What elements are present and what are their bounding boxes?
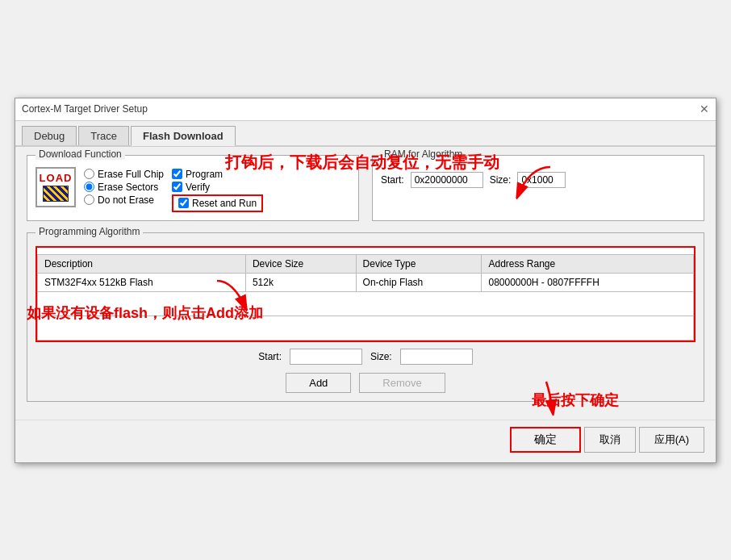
programming-algorithm-title: Programming Algorithm [36, 226, 143, 237]
table-row: STM32F4xx 512kB Flash 512k On-chip Flash… [38, 273, 694, 291]
erase-sectors-label: Erase Sectors [98, 182, 158, 193]
erase-sectors-option[interactable]: Erase Sectors [84, 182, 164, 193]
ram-algorithm-group: RAM for Algorithm Start: Size: [372, 155, 704, 221]
verify-option[interactable]: Verify [172, 182, 263, 193]
start-size-row: Start: Size: [36, 349, 695, 365]
verify-label: Verify [186, 182, 210, 193]
ram-size-label: Size: [490, 174, 512, 186]
apply-button[interactable]: 应用(A) [639, 427, 704, 453]
table-empty-row-2 [38, 316, 694, 340]
tab-debug[interactable]: Debug [22, 126, 77, 145]
content-area: 打钩后，下载后会自动复位，无需手动 Download Function LOAD [15, 147, 716, 420]
program-checkbox[interactable] [172, 169, 182, 179]
window-title: Cortex-M Target Driver Setup [22, 103, 148, 115]
load-icon: LOAD [36, 167, 76, 207]
download-function-title: Download Function [36, 148, 125, 160]
reset-and-run-label: Reset and Run [192, 198, 257, 209]
algo-table-wrapper: Description Device Size Device Type Addr… [36, 246, 695, 342]
ram-size-input[interactable] [517, 172, 566, 188]
algo-start-input[interactable] [290, 349, 362, 365]
ram-start-label: Start: [381, 174, 404, 186]
top-section: Download Function LOAD Erase Full Chip [27, 155, 704, 229]
title-bar: Cortex-M Target Driver Setup ✕ [15, 98, 716, 121]
ram-start-input[interactable] [411, 172, 483, 188]
tab-flash-download[interactable]: Flash Download [131, 126, 236, 146]
tab-trace[interactable]: Trace [78, 126, 129, 145]
download-function-group: Download Function LOAD Erase Full Chip [27, 155, 359, 221]
cell-address-range: 08000000H - 0807FFFFH [482, 273, 694, 291]
algo-size-input[interactable] [400, 349, 473, 365]
col-device-type: Device Type [356, 254, 482, 273]
remove-button[interactable]: Remove [359, 373, 445, 393]
main-window: Cortex-M Target Driver Setup ✕ Debug Tra… [15, 98, 716, 463]
cancel-button[interactable]: 取消 [584, 427, 636, 453]
reset-and-run-box: Reset and Run [172, 194, 263, 212]
erase-full-chip-option[interactable]: Erase Full Chip [84, 169, 164, 180]
col-device-size: Device Size [245, 254, 356, 273]
add-remove-row: Add Remove [36, 373, 695, 393]
col-address-range: Address Range [482, 254, 694, 273]
add-button[interactable]: Add [286, 373, 351, 393]
radio-options: Erase Full Chip Erase Sectors Do not Era… [84, 169, 164, 206]
table-empty-row-1 [38, 291, 694, 316]
table-header-row: Description Device Size Device Type Addr… [38, 254, 694, 273]
cell-device-size: 512k [245, 273, 356, 291]
erase-full-chip-label: Erase Full Chip [98, 169, 164, 180]
do-not-erase-label: Do not Erase [98, 194, 154, 206]
programming-algorithm-group: Programming Algorithm Description Device… [27, 232, 704, 402]
ram-algorithm-title: RAM for Algorithm [381, 148, 466, 160]
ok-button[interactable]: 确定 [510, 427, 581, 453]
ram-inner: Start: Size: [381, 172, 695, 188]
bottom-row: 确定 取消 应用(A) [15, 420, 716, 462]
chip-icon [43, 186, 69, 202]
df-inner: LOAD Erase Full Chip Erase Sectors [36, 167, 350, 212]
do-not-erase-radio[interactable] [84, 194, 94, 205]
reset-and-run-checkbox[interactable] [178, 198, 189, 208]
col-description: Description [38, 254, 246, 273]
cell-description: STM32F4xx 512kB Flash [38, 273, 246, 291]
size-label: Size: [370, 351, 392, 362]
algo-table: Description Device Size Device Type Addr… [37, 254, 694, 341]
program-label: Program [186, 169, 223, 180]
erase-sectors-radio[interactable] [84, 182, 94, 192]
program-option[interactable]: Program [172, 169, 263, 180]
check-options: Program Verify Reset and Run [172, 169, 263, 212]
start-label: Start: [258, 351, 282, 362]
erase-full-chip-radio[interactable] [84, 169, 94, 179]
do-not-erase-option[interactable]: Do not Erase [84, 194, 164, 206]
close-button[interactable]: ✕ [700, 102, 709, 115]
cell-device-type: On-chip Flash [356, 273, 482, 291]
verify-checkbox[interactable] [172, 182, 182, 192]
tab-bar: Debug Trace Flash Download [15, 121, 716, 147]
